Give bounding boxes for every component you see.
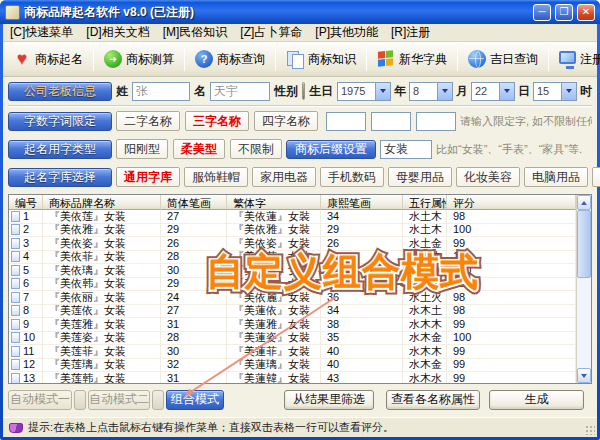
type-option-柔美型[interactable]: 柔美型	[173, 139, 225, 159]
table-row[interactable]: 6『美依韩』女装29『美依韓』女裝34水土水98	[9, 278, 576, 292]
lexicon-section-button[interactable]: 起名字库选择	[8, 168, 112, 187]
chevron-down-icon[interactable]	[437, 83, 452, 100]
combo-mode-button[interactable]: 组合模式	[166, 390, 224, 410]
lexicon-option-家用电器[interactable]: 家用电器	[252, 167, 316, 187]
surname-input[interactable]	[132, 82, 190, 101]
filter-results-button[interactable]: 从结果里筛选	[284, 390, 374, 410]
row-document-icon	[11, 346, 20, 357]
lexicon-option-母婴用品[interactable]: 母婴用品	[388, 167, 452, 187]
limit-char-input[interactable]	[416, 112, 456, 131]
given-name-input[interactable]	[210, 82, 270, 101]
table-cell: 水土木	[403, 224, 447, 238]
lexicon-option-通用字库[interactable]: 通用字库	[116, 167, 180, 187]
birth-combo[interactable]: 1975	[337, 82, 391, 101]
lexicon-option-服饰鞋帽[interactable]: 服饰鞋帽	[184, 167, 248, 187]
lexicon-option-办公用品[interactable]: 办公用品	[592, 167, 600, 187]
owner-info-section-button[interactable]: 公司老板信息	[8, 82, 112, 101]
suffix-settings-button[interactable]: 商标后缀设置	[286, 140, 376, 159]
char-type-section-button[interactable]: 起名用字类型	[8, 140, 112, 159]
table-cell: 水土水	[403, 278, 447, 292]
table-row[interactable]: 13『美莲韩』女装31『美蓮韓』女裝43水木水99	[9, 372, 576, 383]
resize-grip[interactable]	[585, 425, 595, 435]
birth-combo[interactable]: 8	[409, 82, 453, 101]
table-cell: 水木木	[403, 345, 447, 359]
minimize-button[interactable]: ─	[533, 4, 551, 21]
generate-button[interactable]: 生成	[489, 390, 584, 410]
menu-item[interactable]: [R]注册	[391, 24, 430, 41]
toolbar-button-globe[interactable]: 吉日查询	[462, 47, 544, 71]
table-row[interactable]: 7『美依丽』女装24『美依麗』女裝36水土火98	[9, 291, 576, 305]
lexicon-option-电脑用品[interactable]: 电脑用品	[524, 167, 588, 187]
column-header[interactable]: 商标品牌名称	[43, 195, 161, 210]
table-row[interactable]: 2『美依雅』女装29『美依雅』女裝29水土木100	[9, 224, 576, 238]
table-cell: 『美莲依』女装	[43, 305, 161, 319]
combo-value: 8	[410, 83, 437, 100]
type-option-不限制[interactable]: 不限制	[230, 139, 282, 159]
birth-combo[interactable]: 22	[471, 82, 515, 101]
toolbar-button-documents[interactable]: 商标知识	[280, 47, 362, 71]
table-row[interactable]: 10『美莲姿』女装28『美蓮姿』女裝35水木金100	[9, 332, 576, 346]
toolbar-button-monitor[interactable]: 注册软件	[553, 48, 600, 71]
table-cell: 『美莲璃』女装	[43, 359, 161, 373]
menu-item[interactable]: [C]快速菜单	[10, 24, 73, 41]
toolbar-button-label: 商标查询	[217, 51, 265, 68]
table-row[interactable]: 8『美莲依』女装27『美蓮依』女裝34水木土98	[9, 305, 576, 319]
column-header[interactable]: 繁体字	[227, 195, 321, 210]
limit-char-input[interactable]	[326, 112, 366, 131]
word-limit-section-button[interactable]: 字数字词限定	[8, 112, 112, 131]
chevron-down-icon[interactable]	[561, 83, 576, 100]
toolbar-button-heart[interactable]: 商标起名	[7, 47, 89, 71]
lexicon-option-化妆美容[interactable]: 化妆美容	[456, 167, 520, 187]
suffix-input[interactable]	[380, 140, 432, 159]
type-option-阳刚型[interactable]: 阳刚型	[116, 139, 168, 159]
table-cell: 『美蓮韓』女裝	[227, 372, 321, 383]
table-row[interactable]: 5『美依璃』女装30『美依璃』女裝33水土金100	[9, 264, 576, 278]
limit-char-input[interactable]	[371, 112, 411, 131]
menu-item[interactable]: [M]民俗知识	[163, 24, 228, 41]
table-cell: 28	[161, 332, 227, 346]
menu-item[interactable]: [P]其他功能	[315, 24, 378, 41]
table-cell: 40	[321, 345, 403, 359]
menu-item[interactable]: [D]相关文档	[86, 24, 149, 41]
column-header[interactable]: 简体笔画	[161, 195, 227, 210]
maximize-button[interactable]: ❐	[555, 4, 573, 21]
menu-item[interactable]: [Z]占卜算命	[240, 24, 302, 41]
toolbar-button-question-circle[interactable]: 商标查询	[189, 47, 271, 71]
word-option-二字名称[interactable]: 二字名称	[116, 111, 180, 131]
scrollbar-thumb[interactable]	[577, 210, 591, 278]
table-row[interactable]: 12『美莲璃』女装32『美蓮璃』女裝40水木金99	[9, 359, 576, 373]
birth-combo[interactable]: 15	[533, 82, 577, 101]
column-header[interactable]: 五行属性	[403, 195, 447, 210]
toolbar-button-arrow-circle[interactable]: 商标测算	[98, 47, 180, 71]
auto-mode-1-button[interactable]: 自动模式一	[8, 390, 72, 410]
table-row[interactable]: 4『美依菲』女装28『美依菲』女裝31水土木100	[9, 251, 576, 265]
table-row[interactable]: 11『美莲菲』女装30『美蓮菲』女裝40水木木99	[9, 345, 576, 359]
table-cell: 2	[9, 224, 43, 238]
column-header[interactable]: 评分	[447, 195, 576, 210]
word-limit-hint: 请输入限定字, 如不限制任何字请留空	[460, 114, 592, 129]
table-row[interactable]: 1『美依莲』女装27『美依蓮』女裝34水土木98	[9, 210, 576, 224]
view-attributes-button[interactable]: 查看各名称属性	[386, 390, 480, 410]
scroll-up-icon[interactable]	[577, 195, 591, 210]
toolbar-button-dictionary[interactable]: 新华字典	[371, 47, 453, 71]
toolbar-button-label: 新华字典	[399, 51, 447, 68]
word-option-四字名称[interactable]: 四字名称	[254, 111, 318, 131]
column-header[interactable]: 编号	[9, 195, 43, 210]
table-cell: 30	[161, 264, 227, 278]
gender-toggle[interactable]: 男	[302, 82, 305, 100]
given-name-label: 名	[194, 83, 206, 100]
lexicon-option-手机数码[interactable]: 手机数码	[320, 167, 384, 187]
scrollbar-track[interactable]	[577, 210, 591, 368]
auto-mode-2-button[interactable]: 自动模式二	[88, 390, 150, 410]
column-header[interactable]: 康熙笔画	[321, 195, 403, 210]
table-row[interactable]: 9『美莲雅』女装31『美蓮雅』女裝38水木木99	[9, 318, 576, 332]
scroll-down-icon[interactable]	[577, 368, 591, 383]
word-option-三字名称[interactable]: 三字名称	[185, 111, 249, 131]
table-row[interactable]: 3『美依姿』女装26『美依姿』女裝26水土金99	[9, 237, 576, 251]
gender-toggle-value: 男	[303, 83, 305, 99]
chevron-down-icon[interactable]	[375, 83, 390, 100]
chevron-down-icon[interactable]	[499, 83, 514, 100]
table-cell: 34	[321, 305, 403, 319]
vertical-scrollbar[interactable]	[576, 195, 591, 383]
close-button[interactable]: ✕	[577, 4, 595, 21]
